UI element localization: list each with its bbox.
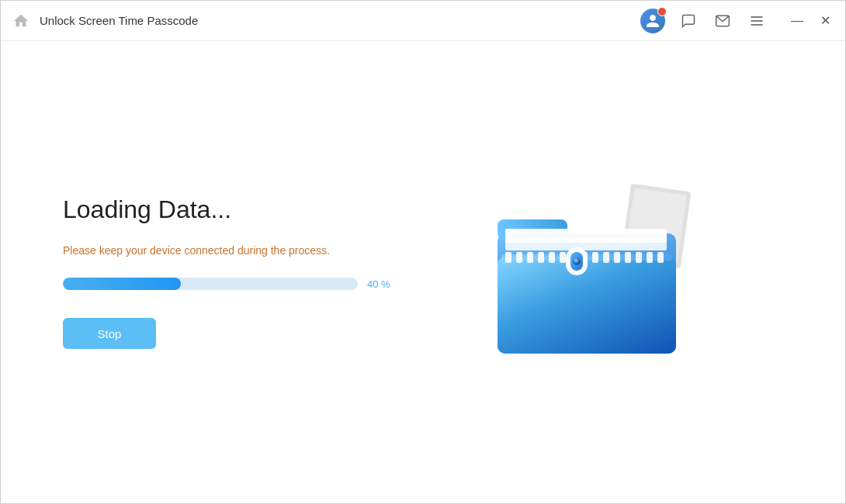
svg-rect-17 [560, 252, 566, 263]
svg-rect-14 [527, 252, 533, 263]
svg-rect-26 [657, 252, 664, 263]
svg-rect-16 [549, 252, 555, 263]
avatar-button[interactable] [640, 9, 665, 33]
svg-rect-20 [592, 252, 598, 263]
progress-label: 40 % [367, 278, 390, 290]
left-section: Loading Data... Please keep your device … [63, 195, 466, 349]
svg-rect-15 [538, 252, 544, 263]
stop-button[interactable]: Stop [63, 318, 156, 349]
main-content: Loading Data... Please keep your device … [1, 41, 845, 503]
minimize-button[interactable]: — [786, 10, 808, 32]
close-button[interactable]: ✕ [814, 10, 836, 32]
svg-rect-24 [636, 252, 642, 263]
window-controls: — ✕ [786, 10, 836, 32]
svg-rect-23 [625, 252, 631, 263]
svg-rect-22 [614, 252, 620, 263]
title-bar-right: — ✕ [640, 9, 836, 33]
folder-illustration [482, 179, 699, 365]
title-bar: Unlock Screen Time Passcode [1, 1, 845, 41]
svg-rect-9 [505, 238, 667, 250]
svg-rect-13 [516, 252, 522, 263]
window-title: Unlock Screen Time Passcode [40, 14, 198, 27]
chat-icon-button[interactable] [678, 10, 699, 32]
progress-section: 40 % [63, 278, 466, 290]
app-window: Unlock Screen Time Passcode [0, 0, 846, 504]
subtitle-text: Please keep your device connected during… [63, 243, 466, 259]
progress-row: 40 % [63, 278, 466, 290]
svg-point-29 [573, 257, 581, 265]
menu-icon-button[interactable] [746, 10, 768, 32]
loading-title: Loading Data... [63, 195, 466, 224]
progress-fill [63, 278, 181, 290]
home-icon[interactable] [10, 10, 32, 32]
mail-icon-button[interactable] [712, 10, 733, 32]
svg-rect-10 [498, 257, 676, 354]
svg-rect-12 [505, 252, 511, 263]
right-section [466, 179, 715, 365]
svg-rect-21 [603, 252, 609, 263]
svg-rect-25 [647, 252, 653, 263]
title-bar-left: Unlock Screen Time Passcode [10, 10, 640, 32]
progress-bar [63, 278, 358, 290]
